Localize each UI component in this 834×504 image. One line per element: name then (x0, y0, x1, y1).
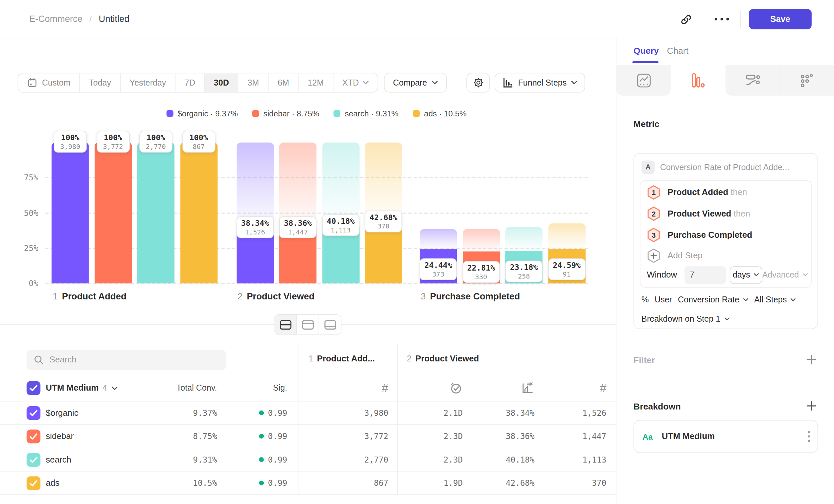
row-name[interactable]: search (46, 448, 71, 471)
report-type-retention[interactable] (780, 65, 834, 96)
row-step2-time: 1.9D (397, 472, 463, 495)
report-type-insights[interactable] (616, 65, 671, 96)
metric-summary-row[interactable]: A Conversion Rate of Product Adde... (642, 160, 790, 174)
row-checkbox[interactable] (26, 425, 41, 448)
total-conv-header[interactable]: Total Conv. (131, 375, 217, 401)
step2-conv-header[interactable]: % (463, 375, 534, 401)
callout-count: 1,113 (327, 226, 355, 234)
report-type-strip (616, 65, 834, 96)
funnel-bar-$organic-step1[interactable] (52, 143, 89, 283)
more-options-icon[interactable] (713, 17, 730, 22)
breakdown-on-step-select[interactable]: Breakdown on Step 1 (642, 314, 730, 324)
chevron-down-icon (754, 273, 759, 277)
row-checkbox[interactable] (26, 448, 41, 471)
table-step2-header[interactable]: 2 Product Viewed (407, 352, 479, 366)
callout-conversion-pct: 100% (101, 133, 125, 142)
significance-dot (259, 411, 264, 415)
row-name[interactable]: $organic (46, 402, 78, 425)
chevron-down-icon (791, 298, 796, 301)
row-significance: 0.99 (217, 402, 287, 425)
callout-count: 1,526 (241, 228, 269, 236)
breakdown-column-header[interactable]: UTM Medium 4 (46, 375, 118, 401)
tab-chart[interactable]: Chart (667, 46, 689, 56)
layout-toggle-split-horizontal[interactable] (275, 315, 296, 334)
metric-heading: Metric (634, 119, 659, 129)
report-type-flows[interactable] (725, 65, 780, 96)
row-step2-conv: 42.68% (463, 472, 534, 495)
step-label: Product Viewed (415, 354, 479, 364)
step2-count-header[interactable]: # (534, 375, 606, 401)
window-value-input[interactable]: 7 (684, 266, 726, 283)
callout-conversion-pct: 23.18% (510, 263, 538, 272)
step2-time-header[interactable] (397, 375, 463, 401)
row-step2-count: 1,113 (534, 448, 606, 471)
insights-icon (637, 73, 651, 87)
step-number: 1 (309, 354, 313, 364)
active-tab-underline (632, 61, 659, 63)
callout-count: 330 (467, 273, 495, 280)
metric-name: Conversion Rate of Product Adde... (660, 162, 790, 172)
time-to-convert-icon (449, 381, 463, 395)
step-2-badge: 2 (647, 206, 661, 221)
table-step1-header[interactable]: 1 Product Add... (309, 352, 375, 366)
row-checkbox[interactable] (26, 472, 41, 495)
sig-header[interactable]: Sig. (217, 375, 287, 401)
funnel-step-3[interactable]: 3 Purchase Completed (647, 225, 752, 246)
chevron-down-icon (725, 317, 730, 321)
row-significance: 0.99 (217, 425, 287, 448)
report-type-funnels-active[interactable] (671, 65, 725, 96)
funnel-step-2[interactable]: 2 Product Viewed then (647, 203, 750, 224)
callout-conversion-pct: 38.34% (241, 219, 269, 228)
step-event-name: Product Added (667, 188, 728, 197)
measure-metric-select[interactable]: Conversion Rate (678, 295, 748, 305)
bar-value-callout: 100%3,980 (54, 131, 87, 153)
funnel-bar-sidebar-step1[interactable] (94, 143, 132, 283)
step1-count-header[interactable]: # (298, 375, 389, 401)
step-event-name: Purchase Completed (667, 230, 752, 239)
tab-query[interactable]: Query (634, 46, 659, 56)
layout-toggle-panel-top[interactable] (296, 315, 319, 334)
measure-entity[interactable]: User (655, 295, 672, 305)
add-breakdown-button[interactable] (806, 400, 816, 411)
row-checkbox[interactable] (26, 402, 41, 425)
window-unit-select[interactable]: days (730, 266, 762, 283)
measure-scope-label: All Steps (754, 295, 787, 305)
bar-value-callout: 24.44%373 (420, 259, 457, 280)
add-step-button[interactable]: Add Step (647, 245, 703, 266)
breakdown-property-card[interactable]: Aa UTM Medium (634, 420, 818, 453)
table-search-input[interactable]: Search (26, 350, 226, 370)
metric-card: A Conversion Rate of Product Adde... 1 P… (634, 153, 818, 329)
significance-dot (259, 480, 264, 485)
funnel-step-1[interactable]: 1 Product Added then (647, 182, 747, 203)
table-row-organic: $organic9.37%0.993,9802.1D38.34%1,526 (0, 402, 616, 425)
save-button[interactable]: Save (749, 9, 811, 29)
callout-conversion-pct: 40.18% (327, 216, 355, 225)
add-filter-button[interactable] (806, 354, 816, 365)
row-name[interactable]: ads (46, 472, 59, 495)
conversion-window-row: Window 7 days Advanced (644, 266, 808, 284)
row-name[interactable]: sidebar (46, 425, 74, 448)
callout-conversion-pct: 100% (187, 133, 211, 142)
row-significance: 0.99 (217, 472, 287, 495)
funnel-drop-off-bar (548, 223, 585, 249)
select-all-checkbox[interactable] (26, 375, 41, 401)
copy-link-icon[interactable] (680, 13, 692, 26)
advanced-toggle[interactable]: Advanced (762, 270, 808, 279)
row-step2-time: 2.3D (397, 448, 463, 471)
row-step1-count: 3,980 (298, 402, 389, 425)
retention-icon (800, 73, 814, 87)
row-total-conv: 9.31% (131, 448, 217, 471)
step-1-badge: 1 (647, 185, 661, 200)
row-step2-time: 2.1D (397, 402, 463, 425)
bar-value-callout: 24.59%91 (548, 258, 586, 280)
funnel-bar-ads-step1[interactable] (180, 143, 217, 283)
layout-toggle-panel-bottom[interactable] (319, 315, 341, 334)
funnel-bar-search-step1[interactable] (137, 143, 175, 283)
measure-scope-select[interactable]: All Steps (754, 295, 795, 305)
bar-value-callout: 38.36%1,447 (279, 216, 316, 238)
x-axis-step-label: 1Product Added (53, 292, 126, 302)
funnel-chart: 75%50%25%0%100%3,98038.34%1,52624.44%373… (0, 0, 616, 324)
callout-count: 370 (370, 222, 397, 230)
kebab-menu-icon[interactable] (808, 431, 810, 442)
significance-dot (259, 457, 264, 462)
